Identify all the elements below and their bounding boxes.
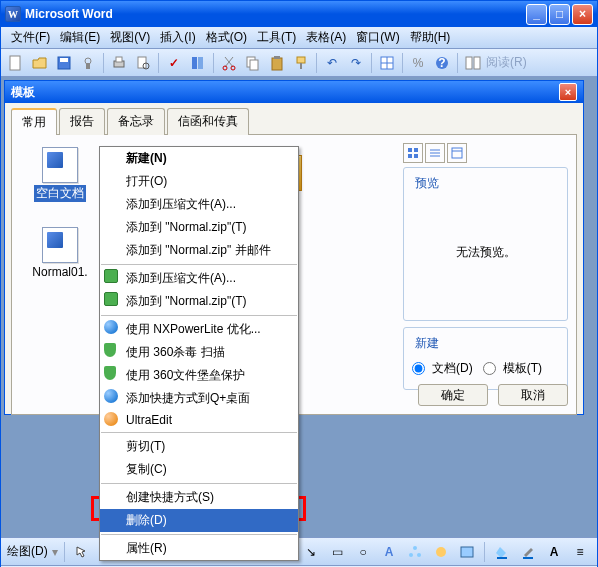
winrar-icon <box>104 292 118 306</box>
drawing-toolbar: 绘图(D) ▾ ╲ ↘ ▭ ○ A A ≡ <box>1 537 597 565</box>
svg-rect-18 <box>300 63 302 69</box>
app-window: Microsoft Word _ □ × 文件(F) 编辑(E) 视图(V) 插… <box>0 0 598 567</box>
dialog-title: 模板 <box>11 84 35 101</box>
ctx-create-shortcut[interactable]: 创建快捷方式(S) <box>100 486 298 509</box>
paste-icon[interactable] <box>266 52 288 74</box>
view-list-button[interactable] <box>425 143 445 163</box>
radio-document[interactable]: 文档(D) <box>412 360 473 377</box>
line-style-icon[interactable]: ≡ <box>569 541 591 563</box>
close-button[interactable]: × <box>572 4 593 25</box>
picture-icon[interactable] <box>456 541 478 563</box>
ctx-copy[interactable]: 复制(C) <box>100 458 298 481</box>
minimize-button[interactable]: _ <box>526 4 547 25</box>
template-normal01[interactable]: Normal01. <box>24 227 96 279</box>
ctx-nxpowerlite[interactable]: 使用 NXPowerLite 优化... <box>100 318 298 341</box>
ctx-separator <box>101 432 297 433</box>
print-icon[interactable] <box>108 52 130 74</box>
radio-document-input[interactable] <box>412 362 425 375</box>
dialog-close-button[interactable]: × <box>559 83 577 101</box>
zoom-icon[interactable]: % <box>407 52 429 74</box>
svg-rect-29 <box>414 154 418 158</box>
reading-layout-icon[interactable] <box>462 52 484 74</box>
ctx-new[interactable]: 新建(N) <box>100 147 298 170</box>
ctx-360-scan[interactable]: 使用 360杀毒 扫描 <box>100 341 298 364</box>
ctx-delete[interactable]: 删除(D) <box>100 509 298 532</box>
dialog-titlebar[interactable]: 模板 × <box>5 81 583 103</box>
undo-icon[interactable]: ↶ <box>321 52 343 74</box>
ctx-separator <box>101 483 297 484</box>
fill-color-icon[interactable] <box>491 541 513 563</box>
menu-format[interactable]: 格式(O) <box>202 27 251 48</box>
view-details-button[interactable] <box>447 143 467 163</box>
ctx-add-to-normal-zip-mail[interactable]: 添加到 "Normal.zip" 并邮件 <box>100 239 298 262</box>
ctx-qplus[interactable]: 添加快捷方式到Q+桌面 <box>100 387 298 410</box>
svg-rect-0 <box>10 56 20 70</box>
font-color-icon[interactable]: A <box>543 541 565 563</box>
ctx-add-to-normal-zip[interactable]: 添加到 "Normal.zip"(T) <box>100 216 298 239</box>
preview-icon[interactable] <box>132 52 154 74</box>
maximize-button[interactable]: □ <box>549 4 570 25</box>
redo-icon[interactable]: ↷ <box>345 52 367 74</box>
copy-icon[interactable] <box>242 52 264 74</box>
svg-rect-6 <box>116 57 122 62</box>
menu-file[interactable]: 文件(F) <box>7 27 54 48</box>
svg-point-39 <box>436 547 446 557</box>
new-doc-icon[interactable] <box>5 52 27 74</box>
svg-rect-27 <box>414 148 418 152</box>
radio-template-input[interactable] <box>483 362 496 375</box>
tab-letters[interactable]: 信函和传真 <box>167 108 249 135</box>
ctx-add-to-zip-2[interactable]: 添加到压缩文件(A)... <box>100 267 298 290</box>
ultraedit-icon <box>104 412 118 426</box>
insert-wordart-icon[interactable]: A <box>378 541 400 563</box>
select-objects-icon[interactable] <box>71 541 93 563</box>
menu-help[interactable]: 帮助(H) <box>406 27 455 48</box>
format-painter-icon[interactable] <box>290 52 312 74</box>
save-icon[interactable] <box>53 52 75 74</box>
winrar-icon <box>104 269 118 283</box>
research-icon[interactable] <box>187 52 209 74</box>
ctx-360-bunker[interactable]: 使用 360文件堡垒保护 <box>100 364 298 387</box>
ctx-add-to-normal-zip-2[interactable]: 添加到 "Normal.zip"(T) <box>100 290 298 313</box>
ctx-open[interactable]: 打开(O) <box>100 170 298 193</box>
tab-strip: 常用 报告 备忘录 信函和传真 <box>11 107 577 135</box>
svg-rect-9 <box>192 57 197 69</box>
ctx-add-to-zip[interactable]: 添加到压缩文件(A)... <box>100 193 298 216</box>
context-menu: 新建(N) 打开(O) 添加到压缩文件(A)... 添加到 "Normal.zi… <box>99 146 299 561</box>
permission-icon[interactable] <box>77 52 99 74</box>
view-large-icons-button[interactable] <box>403 143 423 163</box>
ctx-cut[interactable]: 剪切(T) <box>100 435 298 458</box>
radio-template[interactable]: 模板(T) <box>483 360 542 377</box>
help-icon[interactable]: ? <box>431 52 453 74</box>
svg-rect-10 <box>198 57 203 69</box>
menu-view[interactable]: 视图(V) <box>106 27 154 48</box>
ok-button[interactable]: 确定 <box>418 384 488 406</box>
open-icon[interactable] <box>29 52 51 74</box>
menu-window[interactable]: 窗口(W) <box>352 27 403 48</box>
svg-rect-17 <box>297 57 305 63</box>
clipart-icon[interactable] <box>430 541 452 563</box>
rectangle-icon[interactable]: ▭ <box>326 541 348 563</box>
reading-label[interactable]: 阅读(R) <box>486 54 527 71</box>
menu-tools[interactable]: 工具(T) <box>253 27 300 48</box>
line-color-icon[interactable] <box>517 541 539 563</box>
diagram-icon[interactable] <box>404 541 426 563</box>
menu-table[interactable]: 表格(A) <box>302 27 350 48</box>
menubar: 文件(F) 编辑(E) 视图(V) 插入(I) 格式(O) 工具(T) 表格(A… <box>1 27 597 49</box>
svg-rect-41 <box>497 557 507 559</box>
cancel-button[interactable]: 取消 <box>498 384 568 406</box>
tab-reports[interactable]: 报告 <box>59 108 105 135</box>
table-icon[interactable] <box>376 52 398 74</box>
menu-insert[interactable]: 插入(I) <box>156 27 199 48</box>
drawing-label[interactable]: 绘图(D) <box>7 543 48 560</box>
menu-edit[interactable]: 编辑(E) <box>56 27 104 48</box>
ctx-ultraedit[interactable]: UltraEdit <box>100 410 298 430</box>
tab-general[interactable]: 常用 <box>11 108 57 135</box>
arrow-icon[interactable]: ↘ <box>300 541 322 563</box>
ctx-properties[interactable]: 属性(R) <box>100 537 298 560</box>
cut-icon[interactable] <box>218 52 240 74</box>
template-blank-document[interactable]: 空白文档 <box>24 147 96 202</box>
create-legend: 新建 <box>412 335 442 352</box>
spellcheck-icon[interactable]: ✓ <box>163 52 185 74</box>
oval-icon[interactable]: ○ <box>352 541 374 563</box>
tab-memos[interactable]: 备忘录 <box>107 108 165 135</box>
